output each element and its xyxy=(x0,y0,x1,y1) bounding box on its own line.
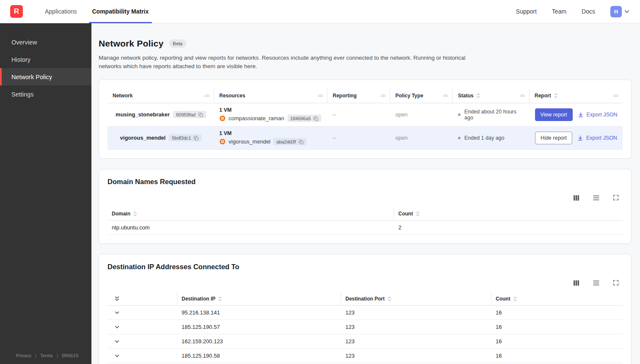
column-header-count[interactable]: Count xyxy=(491,292,623,305)
sidebar-item-overview[interactable]: Overview xyxy=(0,33,91,51)
report-cell: View report Export JSON xyxy=(530,103,623,126)
domains-card: Domain Names Requested Domain Count ntp.… xyxy=(99,169,632,244)
policy-type-cell: open xyxy=(390,103,453,126)
status-text: Ended about 20 hours ago xyxy=(464,109,524,121)
column-header-policy-type[interactable]: Policy Type xyxy=(390,88,453,103)
sidebar-footer: Privacy | Terms | 5f56b15 xyxy=(0,347,91,364)
count-cell: 16 xyxy=(491,306,623,320)
fullscreen-icon[interactable] xyxy=(612,194,619,201)
column-handle-icon[interactable] xyxy=(381,94,386,97)
privacy-link[interactable]: Privacy xyxy=(16,353,31,358)
column-header-count[interactable]: Count xyxy=(394,207,623,220)
rows-density-icon[interactable] xyxy=(593,194,600,201)
sort-icon[interactable] xyxy=(416,211,420,217)
export-json-link[interactable]: Export JSON xyxy=(578,112,618,118)
export-json-link[interactable]: Export JSON xyxy=(577,135,617,141)
sort-icon[interactable] xyxy=(476,93,480,99)
nav-applications[interactable]: Applications xyxy=(37,0,85,23)
vm-count: 1 VM xyxy=(219,130,323,136)
columns-icon[interactable] xyxy=(573,194,580,201)
copy-icon[interactable] xyxy=(313,116,318,121)
column-handle-icon[interactable] xyxy=(443,94,448,97)
domains-toolbar xyxy=(108,194,623,201)
column-header-network[interactable]: Network xyxy=(108,88,214,103)
copy-icon[interactable] xyxy=(298,139,303,144)
domains-table-header: Domain Count xyxy=(108,207,623,221)
sort-icon[interactable] xyxy=(513,296,517,302)
network-name: vigorous_mendel xyxy=(120,135,166,141)
sort-icon[interactable] xyxy=(554,93,558,99)
column-header-report[interactable]: Report xyxy=(530,88,623,103)
reporting-cell: – xyxy=(328,127,390,149)
network-cell: vigorous_mendel 5bdf3dc1 xyxy=(108,127,214,149)
app-logo[interactable]: R xyxy=(10,5,23,18)
nav-docs[interactable]: Docs xyxy=(582,8,595,15)
network-row: vigorous_mendel 5bdf3dc1 1 VM vigorous_m… xyxy=(108,127,623,150)
column-header-resources[interactable]: Resources xyxy=(214,88,328,103)
top-navbar: R Applications Compatibility Matrix Supp… xyxy=(0,0,640,23)
sidebar-item-network-policy[interactable]: Network Policy xyxy=(0,68,91,85)
column-header-reporting[interactable]: Reporting xyxy=(328,88,390,103)
destination-ip-cell: 95.216.138.141 xyxy=(177,306,341,320)
sort-icon[interactable] xyxy=(133,211,137,217)
column-header-destination-port[interactable]: Destination Port xyxy=(341,292,491,305)
column-handle-icon[interactable] xyxy=(204,94,210,97)
destination-port-cell: 123 xyxy=(341,349,491,363)
column-handle-icon[interactable] xyxy=(613,94,618,97)
resource-name: compassionate_raman xyxy=(229,115,284,121)
topbar-right: Support Team Docs H xyxy=(516,6,630,17)
account-menu[interactable]: H xyxy=(610,6,630,17)
status-cell: Ended about 20 hours ago xyxy=(453,103,530,126)
network-id-badge: 60959fad xyxy=(173,111,206,118)
network-name: musing_stonebraker xyxy=(116,111,170,118)
copy-icon[interactable] xyxy=(193,135,199,141)
build-version: 5f56b15 xyxy=(62,353,79,358)
expand-all-header xyxy=(108,292,177,305)
hide-report-button[interactable]: Hide report xyxy=(535,132,572,144)
sort-icon[interactable] xyxy=(387,296,392,302)
sidebar-item-settings[interactable]: Settings xyxy=(0,85,91,103)
row-expand-icon[interactable] xyxy=(114,311,120,314)
column-header-destination-ip[interactable]: Destination IP xyxy=(177,292,341,305)
download-icon xyxy=(578,112,584,118)
sidebar-item-history[interactable]: History xyxy=(0,51,91,68)
resource-icon xyxy=(219,138,226,145)
status-dot xyxy=(458,137,461,139)
status-dot xyxy=(458,113,461,116)
resources-cell: 1 VM compassionate_raman 184696a5 xyxy=(214,103,328,126)
fullscreen-icon[interactable] xyxy=(612,279,619,286)
row-expand-icon[interactable] xyxy=(114,325,120,329)
ips-toolbar xyxy=(108,279,623,287)
row-expand-icon[interactable] xyxy=(114,339,120,343)
count-cell: 16 xyxy=(491,349,623,363)
destination-ip-cell: 185.125.190.57 xyxy=(177,320,341,334)
view-report-button[interactable]: View report xyxy=(535,108,573,121)
column-header-domain[interactable]: Domain xyxy=(108,207,394,220)
status-text: Ended 1 day ago xyxy=(464,135,505,141)
destination-ip-cell: 162.159.200.123 xyxy=(177,334,341,348)
column-handle-icon[interactable] xyxy=(318,94,323,97)
resource-icon xyxy=(219,115,226,121)
terms-link[interactable]: Terms xyxy=(40,353,53,358)
status-cell: Ended 1 day ago xyxy=(453,127,530,149)
copy-icon[interactable] xyxy=(198,112,203,117)
domain-row: ntp.ubuntu.com 2 xyxy=(108,221,623,235)
sort-icon[interactable] xyxy=(218,296,222,302)
expand-all-icon[interactable] xyxy=(114,296,120,301)
network-cell: musing_stonebraker 60959fad xyxy=(108,103,214,126)
rows-density-icon[interactable] xyxy=(593,279,600,287)
beta-badge: Beta xyxy=(169,39,186,48)
vm-count: 1 VM xyxy=(219,107,323,113)
nav-compatibility-matrix[interactable]: Compatibility Matrix xyxy=(85,0,157,23)
page-description: Manage network policy, reporting and vie… xyxy=(99,54,482,71)
nav-team[interactable]: Team xyxy=(552,8,566,15)
columns-icon[interactable] xyxy=(573,279,580,287)
ips-table-header: Destination IP Destination Port Count xyxy=(108,292,623,306)
report-cell: Hide report Export JSON xyxy=(530,127,623,149)
nav-support[interactable]: Support xyxy=(516,8,537,15)
column-handle-icon[interactable] xyxy=(520,94,525,97)
row-expand-icon[interactable] xyxy=(114,354,120,358)
column-header-status[interactable]: Status xyxy=(453,88,530,103)
footer-divider: | xyxy=(35,353,36,358)
ip-row: 95.216.138.141 123 16 xyxy=(108,306,623,320)
